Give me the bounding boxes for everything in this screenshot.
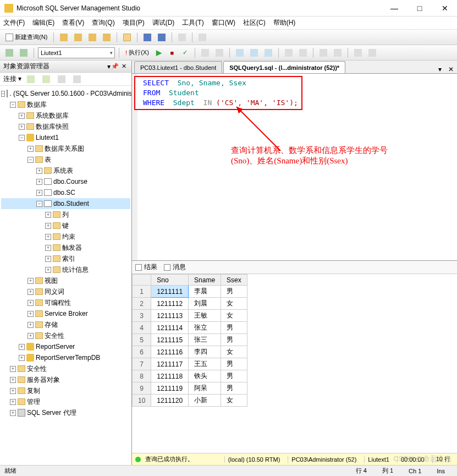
grid-cell[interactable]: 1211111 [151,286,189,298]
tb-btn-4[interactable] [101,32,113,43]
grid-cell[interactable]: 10 [133,395,151,407]
panel-close-icon[interactable]: ✕ [119,63,128,70]
table-row[interactable]: 71211117王五男 [133,358,247,370]
stop-button[interactable]: ■ [167,47,178,58]
table-row[interactable]: 91211119阿呆男 [133,382,247,395]
table-row[interactable]: 41211114张立男 [133,322,247,334]
grid-cell[interactable]: 1211118 [151,370,189,382]
tree-replication[interactable]: +复制 [1,385,130,396]
grid-cell[interactable]: 小新 [189,395,221,407]
filter-button[interactable] [71,74,83,85]
tree-sys-db[interactable]: +系统数据库 [1,110,130,121]
tree-programmability[interactable]: +可编程性 [1,297,130,308]
menu-help[interactable]: 帮助(H) [273,18,296,28]
grid-cell[interactable]: 刘晨 [189,298,221,310]
grid-cell[interactable]: 女 [221,346,247,358]
tb2-btn-1[interactable] [199,47,211,58]
parse-button[interactable]: ✓ [180,47,191,58]
grid-cell[interactable]: 6 [133,346,151,358]
grid-cell[interactable]: 3 [133,310,151,322]
tree-sys-tables[interactable]: +系统表 [1,165,130,176]
pin-icon[interactable]: 📌 [111,63,119,70]
table-row[interactable]: 81211118铁头男 [133,370,247,382]
conn-btn-1[interactable] [25,74,37,85]
results-tab[interactable]: 结果 [135,262,157,272]
grid-cell[interactable]: 1 [133,286,151,298]
menu-edit[interactable]: 编辑(E) [32,18,54,28]
tree-student[interactable]: −dbo.Student [1,198,130,209]
grid-cell[interactable]: 男 [221,358,247,370]
menu-project[interactable]: 项目(P) [123,18,145,28]
tab-close-icon[interactable]: ✕ [445,65,457,73]
tree-security[interactable]: +安全性 [1,363,130,374]
grid-cell[interactable]: 王敏 [189,310,221,322]
save-all-button[interactable] [156,32,168,43]
messages-tab[interactable]: 消息 [164,262,186,272]
tab-dropdown-icon[interactable]: ▾ [435,65,445,73]
tree[interactable]: −. (SQL Server 10.50.1600 - PC03\Adminis… [0,86,131,465]
grid-cell[interactable]: 8 [133,370,151,382]
execute-button[interactable]: ! 执行(X) [123,47,151,58]
menu-debug[interactable]: 调试(D) [152,18,175,28]
menu-community[interactable]: 社区(C) [243,18,266,28]
table-row[interactable]: 31211113王敏女 [133,310,247,322]
tb2-btn-2[interactable] [213,47,225,58]
database-combo[interactable]: Liutext1 [38,47,115,58]
comment-button[interactable] [352,47,364,58]
tree-report-server[interactable]: +ReportServer [1,341,130,352]
grid-header[interactable]: Sno [151,275,189,286]
grid-cell[interactable]: 张立 [189,322,221,334]
grid-cell[interactable]: 7 [133,358,151,370]
tree-triggers[interactable]: +触发器 [1,242,130,253]
grid-header[interactable] [133,275,151,286]
grid-cell[interactable]: 5 [133,334,151,346]
tree-constraints[interactable]: +约束 [1,231,130,242]
sql-editor[interactable]: SELECT Sno, Sname, Ssex FROM Student WHE… [132,74,457,261]
menu-window[interactable]: 窗口(W) [212,18,235,28]
table-row[interactable]: 101211120小新女 [133,395,247,407]
grid-cell[interactable]: 1211113 [151,310,189,322]
grid-cell[interactable]: 男 [221,382,247,395]
tree-server-objects[interactable]: +服务器对象 [1,374,130,385]
tab-student-table[interactable]: PC03.Liutext1 - dbo.Student [134,61,222,73]
grid-cell[interactable]: 9 [133,382,151,395]
grid-cell[interactable]: 1211112 [151,298,189,310]
grid-cell[interactable]: 铁头 [189,370,221,382]
grid-cell[interactable]: 女 [221,395,247,407]
grid-cell[interactable]: 男 [221,286,247,298]
tb2-btn-7[interactable] [297,47,309,58]
tree-tables[interactable]: −表 [1,154,130,165]
change-conn-button[interactable] [18,47,30,58]
grid-cell[interactable]: 女 [221,298,247,310]
grid-cell[interactable]: 2 [133,298,151,310]
table-row[interactable]: 61211116李四女 [133,346,247,358]
tb-btn-3[interactable] [86,32,98,43]
indent-button[interactable] [317,47,329,58]
tree-keys[interactable]: +键 [1,220,130,231]
grid-cell[interactable]: 李四 [189,346,221,358]
tree-liutext1[interactable]: −Liutext1 [1,132,130,143]
list-button[interactable] [196,32,208,43]
grid-header[interactable]: Ssex [221,275,247,286]
debug-button[interactable]: ▶ [153,47,164,58]
grid-cell[interactable]: 女 [221,310,247,322]
grid-cell[interactable]: 1211117 [151,358,189,370]
tree-security-db[interactable]: +安全性 [1,330,130,341]
menu-query[interactable]: 查询(Q) [92,18,114,28]
grid-cell[interactable]: 李晨 [189,286,221,298]
tree-cols[interactable]: +列 [1,209,130,220]
refresh-button[interactable] [56,74,68,85]
tree-db-snap[interactable]: +数据库快照 [1,121,130,132]
maximize-button[interactable]: □ [412,4,427,13]
tb2-btn-3[interactable] [234,47,246,58]
connect-button[interactable] [3,47,15,58]
connect-dropdown[interactable]: 连接 ▾ [3,74,21,84]
tree-course[interactable]: +dbo.Course [1,176,130,187]
tree-service-broker[interactable]: +Service Broker [1,308,130,319]
tree-sc[interactable]: +dbo.SC [1,187,130,198]
activity-button[interactable] [176,32,188,43]
grid-cell[interactable]: 张三 [189,334,221,346]
outdent-button[interactable] [332,47,344,58]
tree-indexes[interactable]: +索引 [1,253,130,264]
grid-cell[interactable]: 1211116 [151,346,189,358]
